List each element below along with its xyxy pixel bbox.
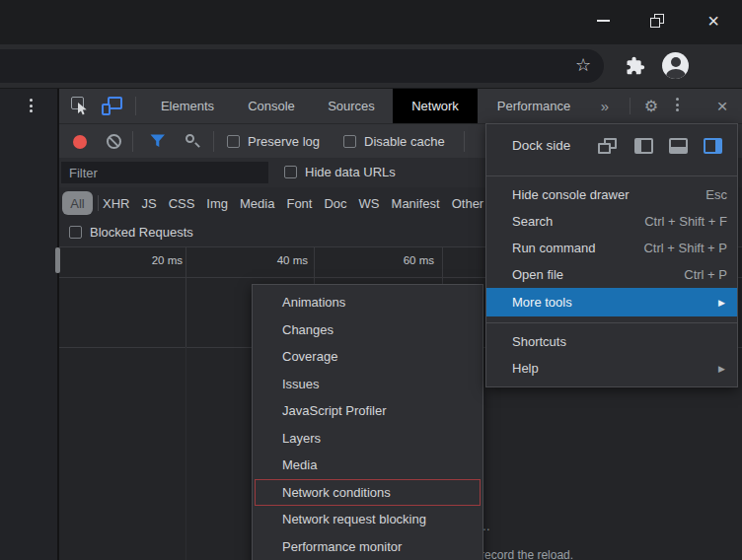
toolbar-separator bbox=[630, 98, 631, 114]
pill-label: All bbox=[70, 196, 84, 211]
browser-window: × ☆ bbox=[0, 0, 742, 560]
filter-pill-ws[interactable]: WS bbox=[359, 196, 380, 211]
tab-elements[interactable]: Elements bbox=[148, 89, 227, 123]
filter-pill-all[interactable]: All bbox=[62, 191, 93, 215]
tab-sources[interactable]: Sources bbox=[316, 89, 387, 123]
dock-bottom-icon[interactable] bbox=[669, 138, 688, 154]
submenu-item-label: Coverage bbox=[282, 349, 337, 364]
filter-pill-other[interactable]: Other bbox=[452, 196, 484, 211]
window-restore-button[interactable] bbox=[641, 6, 673, 35]
filter-pill-font[interactable]: Font bbox=[286, 196, 312, 211]
submenu-item-animations[interactable]: Animations bbox=[253, 289, 482, 316]
menu-item-label: Open file bbox=[512, 267, 563, 282]
hide-data-urls-checkbox[interactable] bbox=[284, 166, 297, 178]
dock-side-row: Dock side bbox=[486, 124, 737, 169]
submenu-item-network-request-blocking[interactable]: Network request blocking bbox=[253, 506, 482, 533]
menu-item-label: More tools bbox=[512, 295, 572, 310]
inspect-element-icon[interactable] bbox=[71, 97, 90, 115]
tab-label: Sources bbox=[328, 99, 375, 113]
menu-item-shortcuts[interactable]: Shortcuts bbox=[486, 328, 737, 355]
gear-icon: ⚙ bbox=[644, 98, 658, 115]
bookmark-star-icon[interactable]: ☆ bbox=[575, 54, 591, 76]
menu-item-open-file[interactable]: Open file Ctrl + P bbox=[486, 261, 737, 288]
submenu-item-javascript-profiler[interactable]: JavaScript Profiler bbox=[253, 397, 482, 425]
filter-pill-manifest[interactable]: Manifest bbox=[392, 196, 440, 211]
window-titlebar: × bbox=[0, 0, 742, 44]
tab-console[interactable]: Console bbox=[235, 89, 308, 123]
timeline-gridline bbox=[186, 347, 186, 560]
submenu-item-performance-monitor[interactable]: Performance monitor bbox=[253, 533, 482, 560]
tick-label-20ms: 20 ms bbox=[123, 254, 183, 266]
browser-toolbar: ☆ bbox=[0, 44, 742, 89]
disable-cache-label: Disable cache bbox=[364, 134, 445, 149]
address-bar[interactable] bbox=[0, 49, 604, 83]
window-close-button[interactable]: × bbox=[698, 6, 729, 35]
menu-item-shortcut: Ctrl + P bbox=[684, 267, 727, 282]
menu-item-more-tools[interactable]: More tools ▶ bbox=[486, 288, 737, 316]
menu-item-label: Run command bbox=[512, 241, 596, 255]
devtools-settings-button[interactable]: ⚙ bbox=[637, 89, 665, 123]
profile-avatar[interactable] bbox=[662, 52, 689, 79]
submenu-item-changes[interactable]: Changes bbox=[253, 316, 482, 344]
page-menu-icon[interactable] bbox=[30, 99, 33, 112]
undock-icon[interactable] bbox=[598, 138, 617, 154]
devtools-tabbar: Elements Console Sources Network Perform… bbox=[59, 89, 742, 123]
preserve-log-checkbox[interactable] bbox=[227, 135, 240, 148]
tick-label-40ms: 40 ms bbox=[249, 254, 308, 266]
timeline-gridline bbox=[186, 246, 186, 347]
toolbar-separator bbox=[132, 131, 133, 152]
kebab-icon bbox=[676, 98, 679, 111]
search-icon[interactable] bbox=[186, 134, 201, 150]
blocked-requests-label: Blocked Requests bbox=[90, 225, 193, 240]
blocked-requests-checkbox[interactable] bbox=[69, 226, 82, 239]
submenu-item-media[interactable]: Media bbox=[253, 452, 482, 479]
menu-item-help[interactable]: Help ▶ bbox=[486, 355, 737, 382]
annotation-highlight-box bbox=[255, 479, 481, 507]
dock-right-icon[interactable] bbox=[704, 138, 722, 154]
menu-item-label: Help bbox=[512, 361, 539, 376]
filter-pill-css[interactable]: CSS bbox=[169, 196, 195, 211]
tab-network[interactable]: Network bbox=[393, 89, 478, 123]
minimize-icon bbox=[597, 20, 610, 22]
filter-funnel-icon[interactable] bbox=[150, 134, 166, 148]
record-network-log-button[interactable] bbox=[73, 135, 87, 149]
submenu-item-label: Performance monitor bbox=[282, 539, 402, 554]
submenu-item-issues[interactable]: Issues bbox=[253, 371, 482, 398]
filter-input[interactable] bbox=[61, 162, 268, 183]
toolbar-separator bbox=[135, 97, 136, 115]
clear-network-log-icon[interactable] bbox=[107, 134, 121, 149]
tab-label: Console bbox=[248, 99, 295, 113]
submenu-item-label: Network request blocking bbox=[282, 512, 426, 526]
menu-item-search[interactable]: Search Ctrl + Shift + F bbox=[486, 208, 737, 235]
menu-separator bbox=[486, 322, 737, 323]
tab-label: Network bbox=[411, 99, 459, 113]
filter-pill-js[interactable]: JS bbox=[141, 196, 156, 211]
filter-pill-img[interactable]: Img bbox=[206, 196, 228, 211]
dock-left-icon[interactable] bbox=[634, 138, 653, 154]
submenu-item-label: Media bbox=[282, 457, 317, 472]
filter-pill-xhr[interactable]: XHR bbox=[103, 196, 129, 211]
devtools-menu-button[interactable] bbox=[676, 98, 679, 111]
scrollbar-thumb[interactable] bbox=[55, 247, 60, 273]
toolbar-separator bbox=[98, 195, 99, 211]
tab-label: Elements bbox=[161, 99, 214, 113]
submenu-item-coverage[interactable]: Coverage bbox=[253, 343, 482, 371]
devtools-main-menu: Dock side Hide console drawer Esc Search… bbox=[485, 123, 738, 387]
menu-item-label: Search bbox=[512, 214, 553, 229]
extensions-icon[interactable] bbox=[626, 56, 645, 76]
disable-cache-checkbox[interactable] bbox=[343, 135, 356, 148]
submenu-item-layers[interactable]: Layers bbox=[253, 425, 482, 453]
filter-pill-doc[interactable]: Doc bbox=[324, 196, 346, 211]
window-minimize-button[interactable] bbox=[587, 6, 619, 35]
tab-performance[interactable]: Performance bbox=[482, 89, 586, 123]
device-toolbar-icon[interactable] bbox=[102, 96, 122, 115]
submenu-item-label: Changes bbox=[282, 322, 334, 337]
menu-item-label: Shortcuts bbox=[512, 334, 566, 349]
menu-item-hide-console-drawer[interactable]: Hide console drawer Esc bbox=[486, 181, 737, 208]
menu-item-run-command[interactable]: Run command Ctrl + Shift + P bbox=[486, 235, 737, 261]
close-icon: × bbox=[707, 11, 719, 31]
filter-pill-media[interactable]: Media bbox=[240, 196, 274, 211]
more-tabs-button[interactable]: » bbox=[592, 89, 618, 123]
tab-label: Performance bbox=[497, 99, 570, 113]
devtools-close-button[interactable]: × bbox=[706, 89, 738, 123]
